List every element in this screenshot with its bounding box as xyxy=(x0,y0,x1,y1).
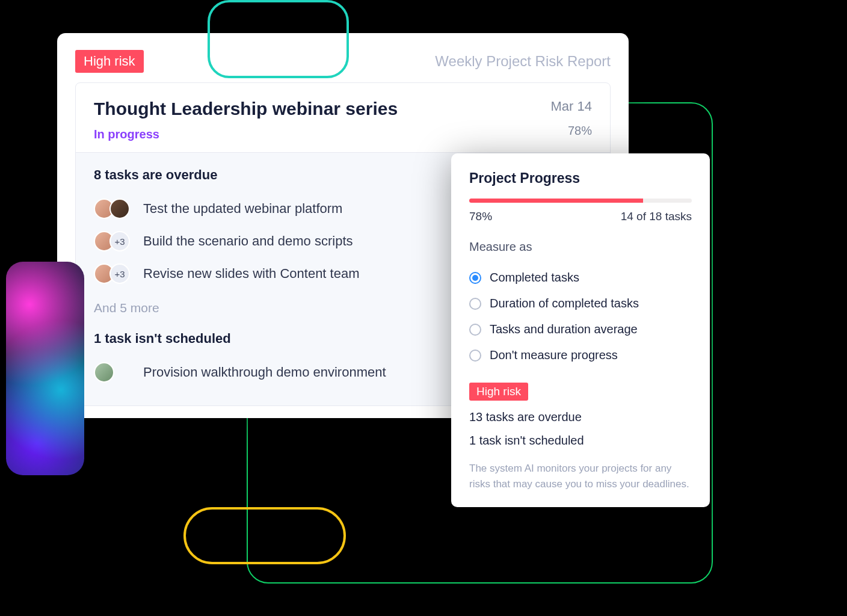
measure-option-none[interactable]: Don't measure progress xyxy=(469,342,692,368)
project-pct: 78% xyxy=(551,124,592,138)
report-subtitle: Weekly Project Risk Report xyxy=(435,53,611,70)
progress-count-label: 14 of 18 tasks xyxy=(621,210,692,223)
project-title: Thought Leadership webinar series xyxy=(94,99,398,119)
option-label: Duration of completed tasks xyxy=(490,297,639,310)
risk-badge: High risk xyxy=(469,383,528,401)
radio-icon xyxy=(469,324,481,336)
progress-bar xyxy=(469,199,692,203)
measure-option-completed-tasks[interactable]: Completed tasks xyxy=(469,265,692,291)
risk-overdue-summary: 13 tasks are overdue xyxy=(469,410,692,424)
option-label: Tasks and duration average xyxy=(490,322,638,336)
risk-unscheduled-summary: 1 task isn't scheduled xyxy=(469,434,692,448)
option-label: Don't measure progress xyxy=(490,348,618,362)
avatar xyxy=(94,362,114,383)
progress-title: Project Progress xyxy=(469,170,692,186)
measure-option-duration[interactable]: Duration of completed tasks xyxy=(469,291,692,316)
decorative-art-thumbnail xyxy=(6,262,84,475)
radio-icon xyxy=(469,350,481,362)
avatar-more-count: +3 xyxy=(109,263,130,284)
progress-pct-label: 78% xyxy=(469,210,492,223)
assignee-avatars: +3 xyxy=(94,263,143,284)
measure-option-average[interactable]: Tasks and duration average xyxy=(469,316,692,342)
project-status: In progress xyxy=(94,128,398,141)
assignee-avatars xyxy=(94,362,143,383)
avatar-more-count: +3 xyxy=(109,231,130,251)
decorative-rect-yellow xyxy=(183,507,346,564)
risk-badge: High risk xyxy=(75,50,144,73)
project-date: Mar 14 xyxy=(551,99,592,114)
progress-bar-fill xyxy=(469,199,643,203)
measure-as-label: Measure as xyxy=(469,240,692,254)
assignee-avatars: +3 xyxy=(94,231,143,251)
radio-icon xyxy=(469,272,481,284)
assignee-avatars xyxy=(94,199,143,219)
decorative-rect-teal xyxy=(208,0,349,78)
project-progress-card: Project Progress 78% 14 of 18 tasks Meas… xyxy=(451,153,710,507)
avatar xyxy=(109,199,130,219)
radio-icon xyxy=(469,298,481,310)
risk-help-text: The system AI monitors your projects for… xyxy=(469,461,692,493)
option-label: Completed tasks xyxy=(490,271,579,285)
